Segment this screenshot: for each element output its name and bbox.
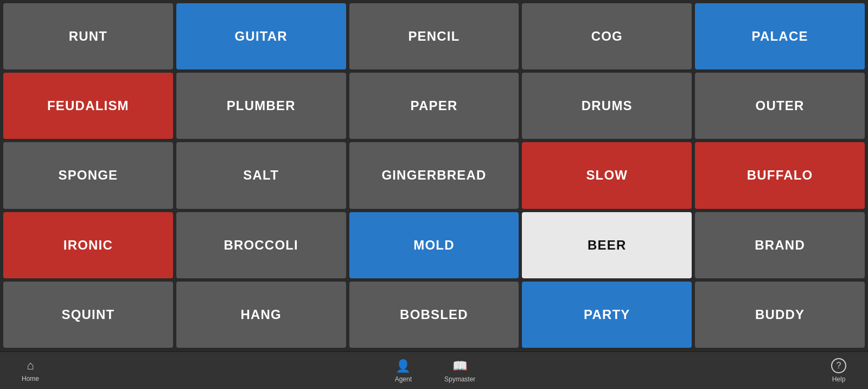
card-broccoli[interactable]: BROCCOLI [176,212,346,278]
spymaster-nav[interactable]: 📖 Spymaster [444,359,475,383]
game-board: RUNTGUITARPENCILCOGPALACEFEUDALISMPLUMBE… [0,0,868,351]
card-bobsled[interactable]: BOBSLED [349,282,519,348]
home-icon: ⌂ [27,359,34,373]
card-buffalo[interactable]: BUFFALO [695,142,865,208]
card-squint[interactable]: SQUINT [3,282,173,348]
card-pencil[interactable]: PENCIL [349,3,519,69]
card-paper[interactable]: PAPER [349,73,519,139]
card-hang[interactable]: HANG [176,282,346,348]
card-plumber[interactable]: PLUMBER [176,73,346,139]
card-brand[interactable]: BRAND [695,212,865,278]
card-palace[interactable]: PALACE [695,3,865,69]
card-gingerbread[interactable]: GINGERBREAD [349,142,519,208]
help-icon: ? [831,358,846,373]
card-cog[interactable]: COG [522,3,692,69]
card-feudalism[interactable]: FEUDALISM [3,73,173,139]
card-party[interactable]: PARTY [522,282,692,348]
card-ironic[interactable]: IRONIC [3,212,173,278]
spymaster-label: Spymaster [444,375,475,383]
home-label: Home [22,375,39,382]
agent-icon: 👤 [395,359,411,373]
card-mold[interactable]: MOLD [349,212,519,278]
card-outer[interactable]: OUTER [695,73,865,139]
card-buddy[interactable]: BUDDY [695,282,865,348]
card-drums[interactable]: DRUMS [522,73,692,139]
card-guitar[interactable]: GUITAR [176,3,346,69]
center-nav: 👤 Agent 📖 Spymaster [395,359,476,383]
agent-nav[interactable]: 👤 Agent [395,359,412,383]
help-label: Help [832,375,846,383]
card-salt[interactable]: SALT [176,142,346,208]
agent-label: Agent [395,375,412,383]
card-sponge[interactable]: SPONGE [3,142,173,208]
card-beer[interactable]: BEER [522,212,692,278]
help-nav[interactable]: ? Help [831,358,846,383]
spymaster-icon: 📖 [452,359,468,373]
home-nav[interactable]: ⌂ Home [22,359,39,382]
card-slow[interactable]: SLOW [522,142,692,208]
bottom-bar: ⌂ Home 👤 Agent 📖 Spymaster ? Help [0,351,868,389]
card-runt[interactable]: RUNT [3,3,173,69]
